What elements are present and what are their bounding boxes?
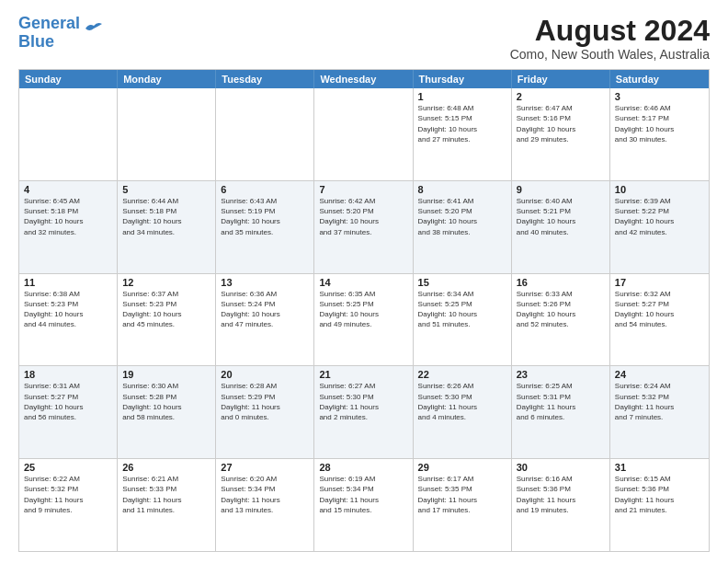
calendar-empty-cell [216,88,314,180]
day-info: Sunrise: 6:32 AM Sunset: 5:27 PM Dayligh… [615,289,704,330]
calendar-empty-cell [314,88,413,180]
day-number: 28 [319,462,407,473]
calendar-day-cell: 2Sunrise: 6:47 AM Sunset: 5:16 PM Daylig… [512,88,610,180]
calendar-day-cell: 12Sunrise: 6:37 AM Sunset: 5:23 PM Dayli… [118,274,216,366]
calendar-header: SundayMondayTuesdayWednesdayThursdayFrid… [19,70,709,88]
calendar-day-cell: 7Sunrise: 6:42 AM Sunset: 5:20 PM Daylig… [314,181,413,273]
day-info: Sunrise: 6:17 AM Sunset: 5:35 PM Dayligh… [418,474,506,515]
weekday-header: Tuesday [216,70,314,88]
day-number: 9 [517,184,605,195]
day-info: Sunrise: 6:44 AM Sunset: 5:18 PM Dayligh… [122,196,210,237]
day-info: Sunrise: 6:22 AM Sunset: 5:32 PM Dayligh… [24,474,112,515]
page: GeneralBlue August 2024 Como, New South … [0,0,728,563]
day-info: Sunrise: 6:42 AM Sunset: 5:20 PM Dayligh… [319,196,407,237]
day-number: 21 [319,369,407,380]
calendar-day-cell: 4Sunrise: 6:45 AM Sunset: 5:18 PM Daylig… [19,181,118,273]
calendar-day-cell: 16Sunrise: 6:33 AM Sunset: 5:26 PM Dayli… [512,274,610,366]
calendar-row: 11Sunrise: 6:38 AM Sunset: 5:23 PM Dayli… [19,274,709,367]
day-info: Sunrise: 6:38 AM Sunset: 5:23 PM Dayligh… [24,289,112,330]
day-number: 30 [517,462,605,473]
day-number: 13 [221,277,309,288]
day-number: 23 [517,369,605,380]
day-number: 17 [615,277,704,288]
calendar-day-cell: 31Sunrise: 6:15 AM Sunset: 5:36 PM Dayli… [610,459,709,551]
day-number: 8 [418,184,506,195]
calendar-day-cell: 26Sunrise: 6:21 AM Sunset: 5:33 PM Dayli… [118,459,216,551]
calendar-day-cell: 15Sunrise: 6:34 AM Sunset: 5:25 PM Dayli… [414,274,512,366]
day-info: Sunrise: 6:28 AM Sunset: 5:29 PM Dayligh… [221,381,309,422]
calendar-day-cell: 23Sunrise: 6:25 AM Sunset: 5:31 PM Dayli… [512,366,610,458]
day-info: Sunrise: 6:34 AM Sunset: 5:25 PM Dayligh… [418,289,506,330]
calendar-day-cell: 20Sunrise: 6:28 AM Sunset: 5:29 PM Dayli… [216,366,314,458]
calendar-day-cell: 28Sunrise: 6:19 AM Sunset: 5:34 PM Dayli… [314,459,413,551]
day-info: Sunrise: 6:35 AM Sunset: 5:25 PM Dayligh… [319,289,407,330]
day-info: Sunrise: 6:40 AM Sunset: 5:21 PM Dayligh… [517,196,605,237]
calendar-day-cell: 10Sunrise: 6:39 AM Sunset: 5:22 PM Dayli… [610,181,709,273]
calendar-day-cell: 25Sunrise: 6:22 AM Sunset: 5:32 PM Dayli… [19,459,118,551]
day-number: 7 [319,184,407,195]
day-info: Sunrise: 6:45 AM Sunset: 5:18 PM Dayligh… [24,196,112,237]
day-info: Sunrise: 6:27 AM Sunset: 5:30 PM Dayligh… [319,381,407,422]
day-info: Sunrise: 6:25 AM Sunset: 5:31 PM Dayligh… [517,381,605,422]
day-number: 31 [615,462,704,473]
day-info: Sunrise: 6:24 AM Sunset: 5:32 PM Dayligh… [615,381,704,422]
calendar-day-cell: 1Sunrise: 6:48 AM Sunset: 5:15 PM Daylig… [414,88,512,180]
day-number: 19 [122,369,210,380]
day-number: 1 [418,91,506,102]
calendar-day-cell: 3Sunrise: 6:46 AM Sunset: 5:17 PM Daylig… [610,88,709,180]
day-info: Sunrise: 6:43 AM Sunset: 5:19 PM Dayligh… [221,196,309,237]
logo-bird-icon [84,21,104,36]
day-number: 29 [418,462,506,473]
calendar-empty-cell [19,88,118,180]
day-info: Sunrise: 6:47 AM Sunset: 5:16 PM Dayligh… [517,103,605,144]
day-info: Sunrise: 6:15 AM Sunset: 5:36 PM Dayligh… [615,474,704,515]
day-number: 22 [418,369,506,380]
calendar-body: 1Sunrise: 6:48 AM Sunset: 5:15 PM Daylig… [19,88,709,551]
weekday-header: Monday [118,70,216,88]
calendar-day-cell: 6Sunrise: 6:43 AM Sunset: 5:19 PM Daylig… [216,181,314,273]
calendar-day-cell: 19Sunrise: 6:30 AM Sunset: 5:28 PM Dayli… [118,366,216,458]
day-info: Sunrise: 6:26 AM Sunset: 5:30 PM Dayligh… [418,381,506,422]
logo: GeneralBlue [18,15,104,52]
calendar-day-cell: 21Sunrise: 6:27 AM Sunset: 5:30 PM Dayli… [314,366,413,458]
day-info: Sunrise: 6:20 AM Sunset: 5:34 PM Dayligh… [221,474,309,515]
weekday-header: Saturday [610,70,709,88]
calendar-day-cell: 13Sunrise: 6:36 AM Sunset: 5:24 PM Dayli… [216,274,314,366]
calendar-row: 25Sunrise: 6:22 AM Sunset: 5:32 PM Dayli… [19,459,709,551]
day-info: Sunrise: 6:41 AM Sunset: 5:20 PM Dayligh… [418,196,506,237]
day-number: 11 [24,277,112,288]
day-number: 15 [418,277,506,288]
logo-text: GeneralBlue [18,15,80,52]
day-number: 6 [221,184,309,195]
day-info: Sunrise: 6:33 AM Sunset: 5:26 PM Dayligh… [517,289,605,330]
calendar-day-cell: 27Sunrise: 6:20 AM Sunset: 5:34 PM Dayli… [216,459,314,551]
calendar: SundayMondayTuesdayWednesdayThursdayFrid… [18,69,710,552]
day-number: 10 [615,184,704,195]
calendar-day-cell: 11Sunrise: 6:38 AM Sunset: 5:23 PM Dayli… [19,274,118,366]
page-title: August 2024 [510,15,710,47]
calendar-row: 1Sunrise: 6:48 AM Sunset: 5:15 PM Daylig… [19,88,709,181]
calendar-row: 4Sunrise: 6:45 AM Sunset: 5:18 PM Daylig… [19,181,709,274]
day-number: 27 [221,462,309,473]
calendar-row: 18Sunrise: 6:31 AM Sunset: 5:27 PM Dayli… [19,366,709,459]
day-number: 12 [122,277,210,288]
weekday-header: Sunday [19,70,118,88]
day-number: 5 [122,184,210,195]
calendar-day-cell: 8Sunrise: 6:41 AM Sunset: 5:20 PM Daylig… [414,181,512,273]
calendar-day-cell: 30Sunrise: 6:16 AM Sunset: 5:36 PM Dayli… [512,459,610,551]
calendar-day-cell: 5Sunrise: 6:44 AM Sunset: 5:18 PM Daylig… [118,181,216,273]
header: GeneralBlue August 2024 Como, New South … [18,15,710,62]
weekday-header: Wednesday [314,70,413,88]
day-info: Sunrise: 6:39 AM Sunset: 5:22 PM Dayligh… [615,196,704,237]
day-number: 18 [24,369,112,380]
calendar-day-cell: 17Sunrise: 6:32 AM Sunset: 5:27 PM Dayli… [610,274,709,366]
day-info: Sunrise: 6:48 AM Sunset: 5:15 PM Dayligh… [418,103,506,144]
calendar-day-cell: 24Sunrise: 6:24 AM Sunset: 5:32 PM Dayli… [610,366,709,458]
day-info: Sunrise: 6:31 AM Sunset: 5:27 PM Dayligh… [24,381,112,422]
day-info: Sunrise: 6:36 AM Sunset: 5:24 PM Dayligh… [221,289,309,330]
page-subtitle: Como, New South Wales, Australia [510,47,710,62]
calendar-day-cell: 22Sunrise: 6:26 AM Sunset: 5:30 PM Dayli… [414,366,512,458]
day-info: Sunrise: 6:16 AM Sunset: 5:36 PM Dayligh… [517,474,605,515]
calendar-day-cell: 29Sunrise: 6:17 AM Sunset: 5:35 PM Dayli… [414,459,512,551]
day-info: Sunrise: 6:19 AM Sunset: 5:34 PM Dayligh… [319,474,407,515]
